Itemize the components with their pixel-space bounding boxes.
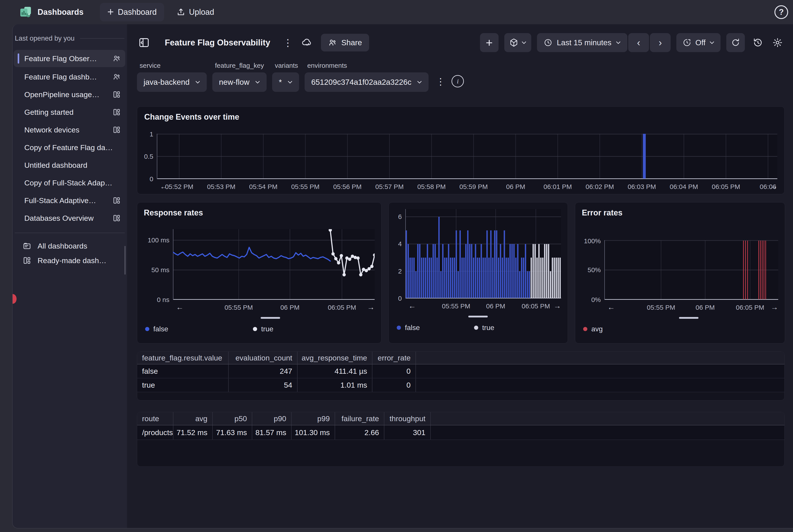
environment-selector[interactable]	[504, 33, 531, 52]
x-tick-label: 06:05 PM	[522, 302, 550, 310]
sidebar-item-9[interactable]: Full-Stack Adaptive…	[14, 192, 125, 208]
time-back-button[interactable]: ‹	[628, 33, 649, 52]
sidebar-footer-label: All dashboards	[38, 242, 87, 250]
filter-value: *	[279, 78, 282, 87]
table-cell: false	[137, 364, 228, 378]
x-tick-label: 05:54 PM	[249, 183, 277, 190]
add-tile-button[interactable]: +	[480, 33, 499, 52]
sidebar: Last opened by you Feature Flag Obser…Fe…	[13, 24, 127, 528]
time-range-picker[interactable]: Last 15 minutes	[537, 33, 627, 52]
table-cell: 81.57 ms	[252, 425, 292, 439]
info-icon[interactable]: i	[451, 75, 464, 88]
time-forward-button[interactable]: ›	[650, 33, 671, 52]
filter-label: variants	[272, 62, 299, 69]
filter-dropdown-variants[interactable]: *	[272, 72, 299, 92]
help-button[interactable]: ?	[774, 5, 788, 19]
filter-dropdown-feature_flag_key[interactable]: new-flow	[212, 72, 266, 92]
x-tick-label: 06:02 PM	[586, 183, 614, 190]
dashboard-tab[interactable]: + Dashboard	[100, 3, 164, 21]
legend-dot	[397, 326, 401, 330]
sidebar-item-label: Full-Stack Adaptive…	[24, 196, 112, 205]
settings-button[interactable]	[771, 33, 785, 52]
y-tick-label: 0.5	[144, 153, 153, 160]
history-button[interactable]	[751, 33, 765, 52]
pan-right-arrow[interactable]: →	[367, 303, 375, 311]
error-rates-chart[interactable]: 100%50%0%	[582, 240, 778, 300]
legend-item-true[interactable]: true	[253, 325, 273, 333]
change-event-marker[interactable]	[643, 134, 646, 178]
change-events-chart[interactable]: 10.50	[144, 134, 777, 179]
sidebar-footer-item-1[interactable]: All dashboards	[14, 239, 125, 253]
sidebar-item-10[interactable]: Databases Overview	[14, 210, 125, 226]
auto-refresh-toggle[interactable]: Off	[676, 33, 721, 52]
filters-menu-button[interactable]: ⋮	[436, 76, 445, 87]
y-tick-label: 2	[398, 268, 402, 275]
app-frame: Last opened by you Feature Flag Obser…Fe…	[12, 24, 793, 529]
legend-item-true[interactable]: true	[474, 324, 494, 332]
sidebar-item-4[interactable]: Getting started	[14, 104, 125, 120]
dashboard-menu-button[interactable]: ⋮	[283, 37, 292, 48]
response-rates-chart[interactable]: 100 ms50 ms0 ns	[144, 229, 375, 300]
sidebar-item-7[interactable]: Untitled dashboard	[14, 157, 125, 173]
table-cell: 71.52 ms	[173, 425, 213, 439]
share-button[interactable]: Share	[321, 34, 369, 52]
legend-item-false[interactable]: false	[397, 324, 474, 332]
pan-right-arrow[interactable]: →	[770, 182, 777, 191]
column-header-avg_response_time: avg_response_time	[297, 352, 372, 364]
refresh-button[interactable]	[726, 33, 745, 52]
sidebar-item-1[interactable]: Feature Flag Obser…	[14, 50, 125, 67]
header-filler	[431, 412, 785, 425]
chart-scrollbar[interactable]	[261, 317, 280, 319]
legend-item-avg[interactable]: avg	[583, 325, 675, 333]
sidebar-item-6[interactable]: Copy of Feature Flag da…	[14, 139, 125, 155]
table-row: true541.01 ms0	[137, 378, 785, 392]
sidebar-item-label: Feature Flag dashb…	[24, 73, 112, 81]
pan-right-arrow[interactable]: →	[554, 302, 561, 310]
sidebar-item-2[interactable]: Feature Flag dashb…	[14, 69, 125, 85]
filter-group-variants: variants*	[272, 62, 299, 92]
sidebar-footer-item-2[interactable]: Ready-made dash…	[14, 253, 125, 268]
table-cell: 411.41 µs	[297, 364, 372, 378]
y-tick-label: 100 ms	[148, 236, 169, 244]
filter-dropdown-service[interactable]: java-backend	[137, 72, 207, 92]
pan-right-arrow[interactable]: →	[771, 303, 778, 311]
column-header-avg: avg	[173, 412, 213, 425]
app-title: Dashboards	[38, 7, 84, 17]
upload-button[interactable]: Upload	[173, 3, 218, 21]
row-filler	[416, 364, 785, 378]
sidebar-item-5[interactable]: Network devices	[14, 122, 125, 138]
sidebar-scrollbar[interactable]	[124, 246, 126, 274]
pan-left-arrow[interactable]: ←	[408, 302, 416, 310]
pan-left-arrow[interactable]: ←	[607, 303, 615, 311]
x-tick-label: 05:56 PM	[333, 183, 362, 190]
pan-left-arrow[interactable]: ←	[176, 303, 184, 311]
y-tick-label: 50%	[588, 266, 601, 274]
legend-item-false[interactable]: false	[145, 325, 253, 333]
x-tick-label: 05:55 PM	[442, 302, 470, 310]
table-cell: 54	[228, 378, 297, 392]
sidebar-footer-label: Ready-made dash…	[38, 256, 107, 265]
filter-value: new-flow	[219, 78, 250, 87]
route-performance-table: routeavgp50p90p99failure_ratethroughput/…	[137, 412, 785, 467]
evaluations-chart[interactable]: 6420	[395, 209, 561, 299]
legend-label: true	[261, 325, 273, 333]
filter-group-feature_flag_key: feature_flag_keynew-flow	[212, 62, 266, 92]
table-cell: 1.01 ms	[297, 378, 372, 392]
chart-scrollbar[interactable]	[679, 317, 699, 319]
filter-value: 651209c374a1f02aa2a3226c	[311, 78, 411, 87]
sidebar-item-label: Getting started	[24, 108, 112, 117]
x-tick-label: 06:03 PM	[628, 183, 656, 190]
cloud-sync-icon[interactable]	[301, 36, 313, 49]
column-header-p90: p90	[252, 412, 292, 425]
x-tick-label: 05:55 PM	[647, 304, 675, 311]
filter-group-environments: environments651209c374a1f02aa2a3226c	[305, 62, 429, 92]
table-header-row: routeavgp50p90p99failure_ratethroughput	[137, 412, 785, 425]
chart-scrollbar[interactable]	[468, 316, 488, 318]
change-events-card: Change Events over time 10.50 ←05:52 PM0…	[137, 107, 785, 194]
sidebar-item-8[interactable]: Copy of Full-Stack Adap…	[14, 175, 125, 191]
filter-dropdown-environments[interactable]: 651209c374a1f02aa2a3226c	[305, 72, 429, 92]
y-tick-label: 100%	[584, 237, 601, 245]
sidebar-collapse-button[interactable]	[137, 36, 151, 50]
sidebar-item-3[interactable]: OpenPipeline usage…	[14, 87, 125, 102]
grid-icon	[22, 256, 31, 265]
